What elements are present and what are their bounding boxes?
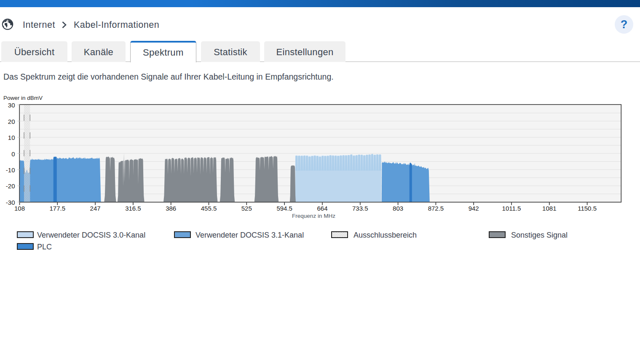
svg-text:-30: -30 bbox=[6, 199, 15, 206]
svg-text:803: 803 bbox=[393, 205, 403, 212]
svg-text:1011.5: 1011.5 bbox=[502, 205, 521, 212]
svg-text:1150.5: 1150.5 bbox=[578, 205, 597, 212]
svg-text:942: 942 bbox=[469, 205, 479, 212]
svg-text:10: 10 bbox=[8, 134, 15, 141]
svg-text:30: 30 bbox=[8, 102, 15, 109]
svg-text:247: 247 bbox=[90, 205, 101, 212]
svg-text:733.5: 733.5 bbox=[352, 205, 368, 212]
svg-text:1081: 1081 bbox=[542, 205, 556, 212]
svg-text:Power in dBmV: Power in dBmV bbox=[3, 95, 43, 101]
svg-text:Frequenz in MHz: Frequenz in MHz bbox=[292, 213, 335, 219]
svg-text:525: 525 bbox=[241, 205, 252, 212]
svg-text:0: 0 bbox=[11, 150, 15, 158]
svg-text:-10: -10 bbox=[6, 166, 15, 174]
svg-text:316.5: 316.5 bbox=[125, 205, 141, 212]
svg-text:594.5: 594.5 bbox=[276, 205, 292, 212]
svg-text:872.5: 872.5 bbox=[428, 205, 444, 212]
svg-text:455.5: 455.5 bbox=[201, 205, 217, 212]
svg-text:-20: -20 bbox=[6, 182, 15, 190]
svg-text:386: 386 bbox=[166, 205, 176, 212]
svg-text:177.5: 177.5 bbox=[50, 205, 66, 212]
svg-text:20: 20 bbox=[8, 118, 15, 125]
svg-text:664: 664 bbox=[317, 205, 327, 212]
svg-text:108: 108 bbox=[14, 205, 25, 212]
